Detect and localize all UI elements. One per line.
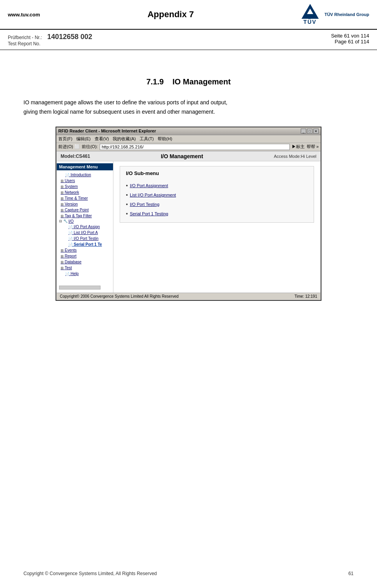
menu-edit[interactable]: 编辑(E): [76, 136, 91, 142]
page-label-de: Seite 61 von 114: [331, 33, 369, 39]
sidebar-item-report[interactable]: Report: [57, 253, 113, 259]
sidebar-item-database[interactable]: Database: [57, 259, 113, 265]
main-content: 7.1.9 IO Management IO management page a…: [0, 50, 377, 320]
sidebar-item-users[interactable]: Users: [57, 178, 113, 184]
close-button[interactable]: ✕: [313, 129, 319, 134]
address-label: 前往(O):: [82, 144, 98, 150]
menu-help[interactable]: 帮助(H): [158, 136, 172, 142]
browser-toolbar: 前进(O) ⬜ 前往(O): ▶标主 帮帮 »: [56, 143, 321, 151]
browser-titlebar: RFID Reader Client - Microsoft Internet …: [56, 127, 321, 135]
nav-btn-1[interactable]: ▶标主: [292, 144, 305, 150]
sidebar-item-io[interactable]: ⊟ 🔧 I/O: [57, 219, 113, 224]
sidebar-item-version[interactable]: Version: [57, 201, 113, 207]
submenu-link-serial-port-testing[interactable]: Serial Port 1 Testing: [130, 211, 168, 216]
report-sublabel: Test Report No.: [8, 41, 92, 46]
minimize-button[interactable]: _: [301, 129, 306, 134]
sidebar: Management Menu Introduction Users Syste…: [57, 161, 113, 293]
report-info: Prüfbericht - Nr.: 14012658 002 Test Rep…: [8, 33, 92, 46]
tuv-group-label: TÜV Rheinland Group: [325, 12, 369, 17]
submenu-link-list-io-port[interactable]: List I/O Port Assignment: [130, 193, 176, 197]
model-label: Model:CS461: [61, 154, 90, 159]
sidebar-item-time-timer[interactable]: Time & Timer: [57, 195, 113, 201]
section-title: 7.1.9 IO Management: [23, 77, 354, 86]
access-level: Access Mode:Hi Level: [274, 154, 316, 159]
io-expand-icon: ⊟: [59, 219, 62, 223]
sidebar-item-events[interactable]: Events: [57, 247, 113, 253]
sidebar-item-introduction[interactable]: Introduction: [57, 172, 113, 178]
sidebar-item-io-port-testing[interactable]: I/O Port Testin: [57, 236, 113, 241]
footer-copyright: Copyright© 2006 Convergence Systems Limi…: [60, 294, 179, 298]
logo-area: TÜV TÜV Rheinland Group: [302, 4, 369, 25]
io-label[interactable]: I/O: [68, 219, 74, 223]
footer-copyright-text: Copyright © Convergence Systems Limited,…: [23, 571, 157, 576]
tuv-logo: TÜV: [302, 4, 319, 25]
browser-title: RFID Reader Client - Microsoft Internet …: [58, 129, 156, 133]
sidebar-item-tag-filter[interactable]: Tag & Tag Filter: [57, 213, 113, 219]
footer-page-number: 61: [348, 571, 354, 576]
tuv-brand: TÜV: [303, 19, 317, 25]
sidebar-item-capture-point[interactable]: Capture Point: [57, 207, 113, 213]
browser-controls[interactable]: _ □ ✕: [301, 129, 319, 134]
maximize-button[interactable]: □: [307, 129, 312, 134]
submenu-box: I/O Sub-menu I/O Port Assignment List I/…: [120, 166, 314, 223]
sidebar-item-test[interactable]: Test: [57, 265, 113, 271]
submenu-list: I/O Port Assignment List I/O Port Assign…: [126, 181, 308, 218]
page-label-en: Page 61 of 114: [331, 39, 369, 45]
page-info: Seite 61 von 114 Page 61 of 114: [331, 33, 369, 46]
appendix-title: Appendix 7: [147, 9, 194, 20]
info-bar: Prüfbericht - Nr.: 14012658 002 Test Rep…: [0, 30, 377, 50]
section-number: 7.1.9: [146, 77, 163, 86]
list-item[interactable]: I/O Port Testing: [126, 200, 308, 209]
sidebar-item-help[interactable]: Help: [57, 271, 113, 277]
back-button[interactable]: 前进(O) ⬜: [58, 144, 80, 150]
app-page-name: I/O Management: [161, 153, 203, 159]
sidebar-title: Management Menu: [57, 163, 113, 170]
sidebar-item-list-io-port[interactable]: List I/O Port A: [57, 230, 113, 236]
tuv-triangle-icon: [302, 4, 319, 19]
submenu-title: I/O Sub-menu: [126, 170, 308, 176]
description-line1: IO management page allows the user to de…: [23, 98, 354, 107]
browser-footer: Copyright© 2006 Convergence Systems Limi…: [57, 293, 320, 300]
content-panel: I/O Sub-menu I/O Port Assignment List I/…: [113, 161, 320, 293]
description-line2: giving them logical name for subsequent …: [23, 107, 354, 117]
address-bar[interactable]: [100, 144, 290, 150]
footer-time: Time: 12:191: [294, 294, 317, 298]
section-heading: IO Management: [172, 77, 231, 86]
app-main: Management Menu Introduction Users Syste…: [57, 161, 320, 293]
website-label: www.tuv.com: [8, 12, 40, 18]
submenu-link-io-port-testing[interactable]: I/O Port Testing: [130, 202, 160, 207]
sidebar-item-system[interactable]: System: [57, 184, 113, 189]
browser-window: RFID Reader Client - Microsoft Internet …: [56, 127, 321, 301]
report-number: 14012658 002: [47, 33, 92, 41]
sidebar-item-network[interactable]: Network: [57, 189, 113, 195]
page-header: www.tuv.com Appendix 7 TÜV TÜV Rheinland…: [0, 0, 377, 30]
app-header: Model:CS461 I/O Management Access Mode:H…: [57, 152, 320, 161]
sidebar-item-io-port-assign[interactable]: I/O Port Assign: [57, 224, 113, 230]
list-item[interactable]: Serial Port 1 Testing: [126, 209, 308, 218]
menu-tools[interactable]: 工具(T): [140, 136, 154, 142]
submenu-link-io-port-assignment[interactable]: I/O Port Assignment: [130, 183, 168, 188]
list-item[interactable]: I/O Port Assignment: [126, 181, 308, 190]
description: IO management page allows the user to de…: [23, 98, 354, 117]
nav-btn-2[interactable]: 帮帮 »: [307, 144, 319, 150]
page-footer: Copyright © Convergence Systems Limited,…: [0, 571, 377, 576]
menu-file[interactable]: 首页(F): [58, 136, 72, 142]
sidebar-item-serial-port[interactable]: Serial Port 1 Te: [57, 241, 113, 247]
io-icon: 🔧: [63, 219, 68, 223]
report-prefix: Prüfbericht - Nr.:: [8, 35, 42, 40]
list-item[interactable]: List I/O Port Assignment: [126, 190, 308, 200]
browser-menubar: 首页(F) 编辑(E) 查看(V) 我的收藏(A) 工具(T) 帮助(H): [56, 135, 321, 143]
report-label: Prüfbericht - Nr.: 14012658 002: [8, 33, 92, 41]
menu-favorites[interactable]: 我的收藏(A): [113, 136, 136, 142]
menu-view[interactable]: 查看(V): [95, 136, 109, 142]
app-body: Model:CS461 I/O Management Access Mode:H…: [56, 151, 321, 300]
